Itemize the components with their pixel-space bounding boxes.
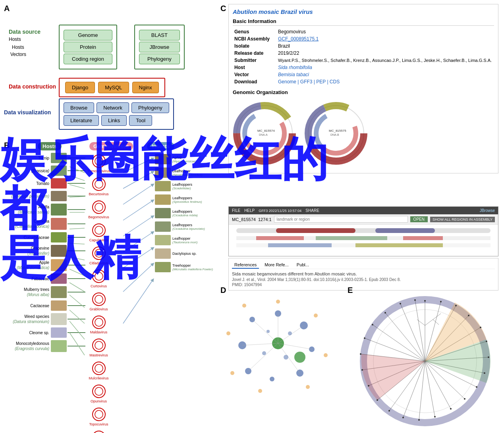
svg-point-151 <box>388 410 390 412</box>
svg-line-135 <box>433 314 441 319</box>
publications-tab[interactable]: Publ... <box>294 262 311 269</box>
jbrowse-toolbar: FILE HELP GFF3 2022/11/25 10:57:04 SHARE… <box>229 207 498 214</box>
table-row: Genus Begomovirus <box>233 28 494 35</box>
field-label: Submitter <box>233 57 276 64</box>
svg-line-120 <box>425 361 435 417</box>
reference-item-2: Jovel J. et al., Virol. 2004 Mar 1;319(1… <box>232 277 495 282</box>
svg-line-99 <box>248 343 278 371</box>
svg-point-12 <box>93 293 105 306</box>
datasource-hosts: Hosts <box>12 44 24 50</box>
field-value[interactable]: GCF_000895175.1 <box>276 35 494 42</box>
svg-line-40 <box>70 310 85 323</box>
dataconstruct-box: Django MySQL Nginx <box>59 78 165 97</box>
references-tab[interactable]: References <box>232 262 259 269</box>
svg-point-0 <box>93 155 105 167</box>
reference-item-1: Sida mosaic begamoviruses different from… <box>232 271 495 276</box>
svg-line-46 <box>123 200 153 220</box>
svg-point-105 <box>266 330 270 333</box>
links-btn[interactable]: Links <box>101 115 127 126</box>
connection-arrows-2 <box>123 153 159 423</box>
insects-header: Insects <box>147 142 174 150</box>
field-value: 2019/2/22 <box>276 50 494 57</box>
panel-c-label: C <box>220 4 226 13</box>
svg-line-132 <box>415 300 425 361</box>
jbrowse-search-input[interactable] <box>274 216 408 223</box>
field-label: NCBI Assembly <box>233 35 276 42</box>
svg-point-83 <box>270 377 274 381</box>
svg-point-150 <box>402 417 404 418</box>
datasource-geminiviruses: Hosts <box>9 37 21 42</box>
svg-point-24 <box>93 431 105 433</box>
jbrowse-file-menu[interactable]: FILE <box>232 208 240 213</box>
svg-point-1 <box>95 157 103 165</box>
genomic-org-title: Genomic Organization <box>233 89 494 95</box>
svg-rect-69 <box>276 228 355 233</box>
svg-line-29 <box>70 167 85 173</box>
browse-btn[interactable]: Browse <box>64 102 94 113</box>
jbrowse-help-menu[interactable]: HELP <box>244 208 255 213</box>
mysql-btn[interactable]: MySQL <box>98 82 129 93</box>
svg-point-152 <box>377 399 378 401</box>
svg-point-158 <box>384 312 386 314</box>
jbrowse-open-button[interactable]: OPEN <box>410 216 428 222</box>
panel-c-content: Abutilon mosaic Brazil virus Basic Infor… <box>228 4 498 173</box>
jbrowse-share-btn[interactable]: SHARE <box>305 208 319 213</box>
panel-e-phylogeny <box>353 294 496 429</box>
svg-rect-74 <box>403 236 443 240</box>
svg-point-102 <box>288 331 292 335</box>
svg-line-31 <box>70 185 85 189</box>
svg-point-88 <box>314 314 318 318</box>
svg-point-138 <box>440 301 442 302</box>
svg-point-14 <box>93 316 105 329</box>
nginx-btn[interactable]: Nginx <box>132 82 159 93</box>
network-btn[interactable]: Network <box>97 102 129 113</box>
field-label: Vector <box>233 71 276 78</box>
svg-line-44 <box>123 172 153 189</box>
svg-point-155 <box>360 353 361 355</box>
tool-btn[interactable]: Tool <box>129 115 152 126</box>
svg-point-17 <box>95 341 103 349</box>
genomic-circle-2: MC_815575 DNA-B <box>304 102 368 165</box>
table-row: NCBI Assembly GCF_000895175.1 <box>233 35 494 42</box>
field-label: Genus <box>233 28 276 35</box>
svg-line-101 <box>252 319 278 343</box>
jbrowse-show-all-button[interactable]: SHOW ALL REGIONS IN ASSEMBLY <box>430 217 495 222</box>
svg-line-47 <box>123 216 153 236</box>
svg-point-18 <box>93 362 105 375</box>
svg-point-140 <box>468 315 469 316</box>
django-btn[interactable]: Django <box>65 82 95 93</box>
literature-btn[interactable]: Literature <box>64 115 99 126</box>
field-value: Wyant.P.S., Strohmeler.S., Schafer.B., K… <box>276 57 494 64</box>
more-references-tab[interactable]: More Refe... <box>262 262 291 269</box>
jbrowse-panel: FILE HELP GFF3 2022/11/25 10:57:04 SHARE… <box>228 206 498 256</box>
field-value[interactable]: Genome | GFF3 | PEP | CDS <box>276 78 494 85</box>
field-value[interactable]: Sida rhombifolia <box>276 64 494 71</box>
svg-line-49 <box>123 248 153 268</box>
references-panel: References More Refe... Publ... Sida mos… <box>228 258 498 291</box>
protein-btn[interactable]: Protein <box>64 42 112 52</box>
genome-btn[interactable]: Genome <box>64 30 112 40</box>
svg-point-159 <box>400 303 401 304</box>
svg-rect-70 <box>375 228 435 233</box>
jbrowse-btn-a[interactable]: JBrowse <box>139 42 180 52</box>
blast-btn[interactable]: BLAST <box>139 30 180 40</box>
svg-line-42 <box>70 333 85 355</box>
jbrowse-brand: JBrowse <box>480 208 495 213</box>
coding-region-btn[interactable]: Coding region <box>64 54 112 64</box>
field-value: Brazil <box>276 42 494 50</box>
svg-point-13 <box>95 295 103 303</box>
phylogeny-vis-btn[interactable]: Phylogeny <box>131 102 169 113</box>
svg-point-149 <box>418 419 420 421</box>
genomic-org-display: MC_815574 DNA-A MC_815575 DNA-B <box>233 98 494 169</box>
svg-point-160 <box>414 299 416 301</box>
svg-point-93 <box>226 331 230 335</box>
svg-point-2 <box>93 178 105 191</box>
svg-rect-76 <box>268 243 332 247</box>
field-value[interactable]: Bemisia tabaci <box>276 71 494 78</box>
insect-col: Aphid(Myzus persicae) Leafhopper(Neoalit… <box>155 154 218 275</box>
svg-point-15 <box>95 318 103 326</box>
jbrowse-assembly: MC_815574 <box>232 217 256 222</box>
connection-arrows <box>70 153 89 423</box>
table-row: Vector Bemisia tabaci <box>233 71 494 78</box>
phylogeny-btn-a[interactable]: Phylogeny <box>139 54 180 64</box>
